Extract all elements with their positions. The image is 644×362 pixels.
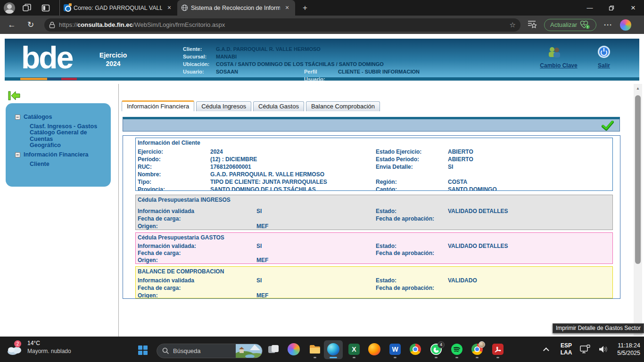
file-explorer-icon[interactable] <box>309 343 321 355</box>
screen: Correo: GAD PARROQUIAL VALLE × Sistema d… <box>0 0 644 362</box>
tab-title: Sistema de Recoleccion de Inform <box>191 5 280 11</box>
content-divider <box>118 84 119 337</box>
acrobat-icon[interactable] <box>492 343 504 355</box>
section-grid: Información validadaSIEstado:VALIDADO DE… <box>136 207 612 230</box>
system-tray: ESP LAA 11:18:24 5/5/2025 <box>545 337 640 362</box>
language-indicator[interactable]: ESP LAA <box>561 342 572 356</box>
section-cedula-ingresos: Cédula Presupuestaria INGRESOS Informaci… <box>135 195 613 230</box>
usuario-label: Usuario: <box>183 68 216 75</box>
tab-informacion-financiera[interactable]: Información Financiera <box>122 100 194 111</box>
globe-icon <box>181 4 188 11</box>
favorites-icon[interactable] <box>527 20 537 30</box>
section-grid: Información validada:SIEstado:VALIDADO D… <box>136 243 612 264</box>
workspaces-icon[interactable] <box>20 2 34 14</box>
sidebar-item-cliente[interactable]: Cliente <box>6 159 111 169</box>
usuario-value: SOSAAN <box>216 68 304 75</box>
validated-check-icon[interactable] <box>602 121 614 131</box>
tab-close-icon[interactable]: × <box>283 4 291 12</box>
restore-button[interactable] <box>601 0 622 16</box>
tab-close-icon[interactable]: × <box>165 4 173 12</box>
minimize-button[interactable]: — <box>579 0 601 16</box>
edge-icon[interactable] <box>327 343 339 355</box>
perfil-value: CLIENTE - SUBIR INFORMACION <box>338 68 420 75</box>
weather-temp: 14°C <box>27 339 71 347</box>
ejercicio-year: Ejercicio 2024 <box>90 51 137 68</box>
start-button[interactable] <box>138 346 148 355</box>
back-button[interactable]: ← <box>5 18 19 32</box>
collapse-node-icon[interactable]: − <box>15 115 20 120</box>
sidebar-item-label: Catálogo General de Cuentas <box>30 129 111 142</box>
browser-essentials-icon <box>580 21 590 29</box>
spotify-icon[interactable] <box>451 343 463 355</box>
actualizar-button[interactable]: Actualizar <box>544 19 596 31</box>
profile-avatar[interactable] <box>4 2 15 14</box>
weather-widget[interactable]: 2 14°C Mayorm. nublado <box>6 339 71 355</box>
browser-tab-mail[interactable]: Correo: GAD PARROQUIAL VALLE × <box>59 0 177 16</box>
bookmark-star-icon[interactable]: ☆ <box>510 21 516 29</box>
word-icon[interactable]: W <box>389 343 401 355</box>
taskbar-search[interactable]: Búsqueda <box>157 344 263 358</box>
page-scrollbar[interactable]: ▲ <box>634 84 642 336</box>
search-icon <box>162 347 169 354</box>
scrollbar-thumb[interactable] <box>635 95 641 264</box>
browser-tab-strip: Correo: GAD PARROQUIAL VALLE × Sistema d… <box>0 0 644 16</box>
collapse-menu-icon[interactable] <box>8 90 20 101</box>
task-view-icon[interactable] <box>267 343 280 355</box>
collapse-node-icon[interactable]: − <box>15 152 20 157</box>
section-cedula-gastos: Cédula Presupuestaria GASTOS Información… <box>135 232 613 264</box>
bde-logo: bde <box>21 40 72 75</box>
content-container: Información del Cliente Ejercicio:2024Es… <box>123 135 620 299</box>
ubicacion-value: COSTA / SANTO DOMINGO DE LOS TSÁCHILAS /… <box>216 60 384 68</box>
tray-time: 11:18:24 <box>617 342 640 349</box>
network-icon[interactable] <box>579 345 591 354</box>
cloud-icon: 2 <box>6 339 25 355</box>
salir-power-icon[interactable] <box>597 45 611 58</box>
sidebar-item-catalogo-general-cuentas[interactable]: Catálogo General de Cuentas <box>6 131 111 140</box>
chrome-icon[interactable] <box>409 343 421 355</box>
client-header-info: Cliente:G.A.D. PARROQUIAL R. VALLE HERMO… <box>183 45 420 75</box>
cambio-clave-icon[interactable] <box>547 46 562 58</box>
refresh-button[interactable]: ↻ <box>24 18 38 32</box>
search-placeholder: Búsqueda <box>173 347 236 354</box>
section-title: Cédula Presupuestaria INGRESOS <box>136 195 612 205</box>
validation-toolbar <box>123 117 620 132</box>
outlook-icon <box>64 4 71 11</box>
whatsapp-icon[interactable]: 4 <box>430 343 442 355</box>
address-bar[interactable]: https://consulta.bde.fin.ec/WebSim/Login… <box>44 18 520 32</box>
tab-actions-icon[interactable] <box>39 2 53 14</box>
bde-logo-underline <box>20 78 77 80</box>
salir-link[interactable]: Salir <box>585 62 623 69</box>
excel-icon[interactable]: X <box>348 343 360 355</box>
sidebar-item-catalogos[interactable]: − Catálogos <box>6 112 111 122</box>
weather-condition: Mayorm. nublado <box>27 347 71 355</box>
sidebar-item-label: Información Financiera <box>24 151 89 158</box>
tab-balance-comprobacion[interactable]: Balance Comprobación <box>306 101 380 111</box>
tab-cedula-ingresos[interactable]: Cédula Ingresos <box>196 101 251 111</box>
panel-title: Información del Cliente <box>136 138 612 148</box>
chrome-profile-icon[interactable] <box>471 343 483 355</box>
section-grid: Información validadaSIEstado:VALIDADO Fe… <box>136 277 612 298</box>
browser-navbar: ← ↻ https://consulta.bde.fin.ec/WebSim/L… <box>0 16 644 34</box>
perfil-label: Perfil Usuario: <box>304 68 338 75</box>
lock-icon <box>49 22 55 28</box>
weather-badge: 2 <box>14 340 21 347</box>
actualizar-label: Actualizar <box>550 21 577 28</box>
browser-menu-icon[interactable]: ··· <box>604 21 612 29</box>
browser-tab-sistema[interactable]: Sistema de Recoleccion de Inform × <box>177 0 295 16</box>
clock[interactable]: 11:18:24 5/5/2025 <box>617 342 640 357</box>
tab-cedula-gastos[interactable]: Cédula Gastos <box>253 101 304 111</box>
client-info-grid: Ejercicio:2024Estado Ejercicio:ABIERTO P… <box>136 148 612 191</box>
scrollbar-up-arrow[interactable]: ▲ <box>634 85 642 92</box>
copilot-taskbar-icon[interactable] <box>288 343 300 355</box>
close-window-button[interactable]: × <box>622 0 644 16</box>
sucursal-label: Sucursal: <box>183 53 216 60</box>
cambio-clave-link[interactable]: Cambio Clave <box>530 62 587 69</box>
copilot-icon[interactable] <box>620 19 631 31</box>
sidebar-item-informacion-financiera[interactable]: − Información Financiera <box>6 150 111 159</box>
new-tab-button[interactable]: + <box>299 2 311 14</box>
cliente-value: G.A.D. PARROQUIAL R. VALLE HERMOSO <box>216 45 321 53</box>
volume-icon[interactable] <box>598 345 609 354</box>
section-balance-comprobacion: BALANCE DE COMPROBACION Información vali… <box>135 266 613 298</box>
firefox-icon[interactable] <box>368 343 380 355</box>
tooltip-imprimir-gastos: Imprimir Detalle de Gastos Sector <box>553 323 644 333</box>
